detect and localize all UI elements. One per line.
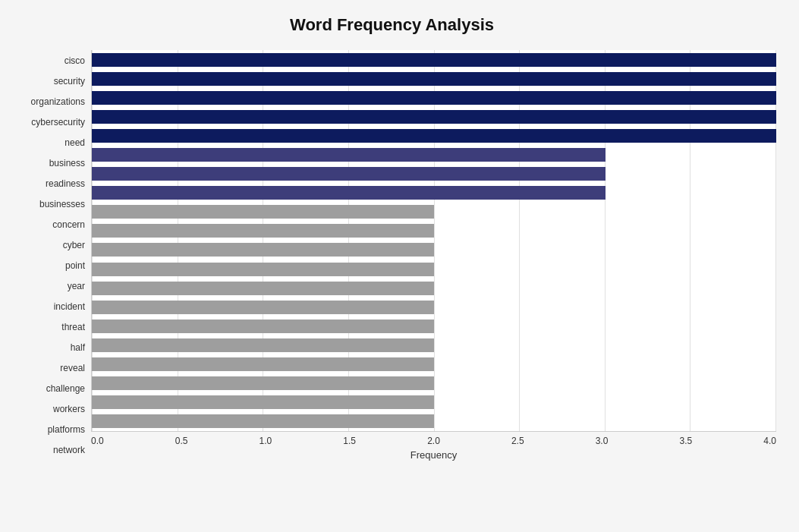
bar-row (92, 90, 776, 106)
grid-line (775, 50, 776, 431)
bar (92, 205, 434, 219)
bar-row (92, 203, 776, 220)
bar (92, 301, 434, 314)
grid-line (263, 50, 263, 431)
bar (92, 53, 776, 67)
x-tick: 3.0 (596, 436, 609, 446)
bar (92, 91, 776, 105)
bar (92, 282, 434, 295)
y-label: cyber (63, 241, 85, 250)
bars-wrapper (91, 50, 776, 432)
bar-row (92, 337, 776, 354)
x-tick: 2.0 (427, 436, 440, 446)
bar (92, 167, 606, 181)
bar-row (92, 241, 776, 258)
bar-row (92, 394, 776, 411)
x-tick: 1.5 (343, 436, 356, 446)
x-axis: 0.00.51.01.52.02.53.03.54.0 (91, 432, 776, 446)
x-tick: 2.5 (511, 436, 524, 446)
y-label: cisco (64, 56, 85, 65)
bar-row (92, 280, 776, 297)
chart-area: ciscosecurityorganizationscybersecurityn… (8, 50, 776, 461)
bar (92, 243, 434, 257)
bar (92, 148, 606, 162)
grid-line (434, 50, 435, 431)
bar-row (92, 71, 776, 87)
y-label: reveal (60, 364, 85, 373)
x-axis-label: Frequency (91, 449, 776, 461)
y-label: network (53, 445, 85, 455)
bar-row (92, 52, 776, 68)
bar-row (92, 109, 776, 125)
bar-row (92, 222, 776, 239)
y-label: cybersecurity (31, 118, 85, 127)
y-label: point (65, 261, 85, 270)
x-tick: 4.0 (763, 436, 776, 446)
y-label: incident (54, 302, 85, 311)
bar (92, 376, 434, 390)
bar-row (92, 184, 776, 201)
y-label: business (49, 159, 85, 168)
x-tick: 1.0 (260, 436, 272, 446)
y-label: platforms (48, 425, 85, 434)
grid-line (519, 50, 520, 431)
y-label: security (54, 77, 85, 86)
x-tick: 0.0 (91, 436, 104, 446)
bar-row (92, 413, 776, 430)
bar (92, 414, 434, 428)
bar-row (92, 299, 776, 316)
bars-and-xaxis: 0.00.51.01.52.02.53.03.54.0 Frequency (91, 50, 776, 461)
bar-row (92, 127, 776, 144)
chart-container: Word Frequency Analysis ciscosecurityorg… (0, 0, 799, 532)
y-axis: ciscosecurityorganizationscybersecurityn… (8, 50, 91, 461)
grid-line (605, 50, 606, 431)
y-label: workers (53, 405, 85, 414)
bar (92, 395, 434, 409)
x-tick: 0.5 (175, 436, 188, 446)
y-label: challenge (46, 384, 85, 393)
bar-row (92, 318, 776, 335)
bar (92, 263, 434, 276)
bar-row (92, 356, 776, 373)
y-label: organizations (31, 97, 85, 106)
bar (92, 72, 776, 86)
y-label: half (71, 343, 85, 352)
bar (92, 320, 434, 333)
chart-title: Word Frequency Analysis (8, 15, 776, 35)
grid-line (348, 50, 349, 431)
y-label: need (64, 138, 85, 147)
bar (92, 338, 434, 352)
bar-row (92, 261, 776, 278)
bar (92, 186, 606, 200)
x-tick: 3.5 (679, 436, 692, 446)
bar-row (92, 146, 776, 163)
grid-line (178, 50, 178, 431)
y-label: readiness (46, 179, 85, 188)
y-label: threat (61, 323, 85, 332)
bar (92, 224, 434, 238)
grid-line (92, 50, 93, 431)
grid-line (690, 50, 690, 431)
y-label: year (68, 282, 85, 291)
bar (92, 357, 434, 371)
bar-row (92, 165, 776, 182)
y-label: businesses (39, 200, 85, 209)
bar-row (92, 375, 776, 392)
bar (92, 129, 776, 143)
y-label: concern (52, 220, 85, 229)
grid-lines (92, 50, 776, 431)
bar (92, 110, 776, 124)
